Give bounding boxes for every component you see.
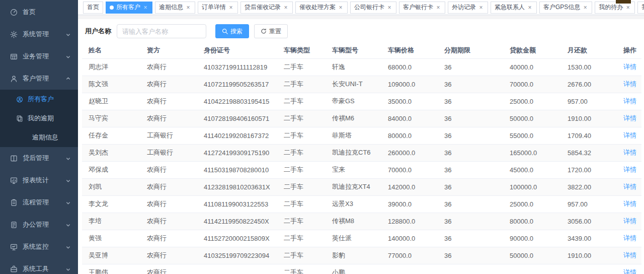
cell-term: 36 [438,247,503,264]
tab-close-icon[interactable]: × [386,5,392,11]
detail-link[interactable]: 详情 [623,268,636,274]
tab[interactable]: 客户GPS信息 × [539,2,592,14]
detail-link[interactable]: 详情 [623,114,636,122]
cell-model: 长安UNI-T [326,76,381,93]
chevron-down-icon [65,222,71,228]
cell-name: 吴刘杰 [82,144,140,161]
sidebar-item-system-monitor[interactable]: 系统监控 [0,236,78,258]
cell-loan: 100000.0 [503,178,561,195]
cell-capital: 农商行 [140,161,197,178]
tab[interactable]: 紧急联系人 × [491,2,537,14]
gear-icon [10,31,18,38]
cell-monthly: 3056.00 [561,213,620,230]
sidebar-item-report-stats[interactable]: 报表统计 [0,169,78,191]
detail-link[interactable]: 详情 [623,183,636,190]
cell-term: 36 [438,213,503,230]
sidebar-item-overdue-info[interactable]: 逾期信息 [0,128,78,147]
tab-close-icon[interactable]: × [142,5,148,11]
sidebar-item-label: 系统工具 [23,264,65,273]
detail-link[interactable]: 详情 [623,200,636,208]
monitor-icon [10,243,18,251]
detail-link[interactable]: 详情 [623,234,636,242]
tab[interactable]: 催收处理方案 × [295,2,348,14]
cell-term: 36 [438,93,503,110]
sidebar-item-loan-mgmt[interactable]: 贷后管理 [0,147,78,169]
detail-link[interactable]: 详情 [623,131,636,139]
cell-term: 36 [438,127,503,144]
sidebar-item-business-mgmt[interactable]: 业务管理 [0,45,78,67]
cell-model: 影豹 [326,247,381,264]
customer-name-input[interactable] [117,24,206,38]
tab[interactable]: 首页 × [83,2,103,14]
sidebar-item-my-overdue[interactable]: 我的逾期 [0,109,78,128]
sidebar-item-customer-mgmt[interactable]: 客户管理 [0,67,78,90]
col-header-action: 操作 [620,43,641,58]
chevron-down-icon [65,244,71,250]
tab-close-icon[interactable]: × [228,5,234,11]
detail-link[interactable]: 详情 [623,97,636,105]
tab[interactable]: 公司银行卡 × [350,2,396,14]
tab-close-icon[interactable]: × [338,5,344,11]
cell-model: 凯迪拉克CT6 [326,144,381,161]
cell-capital: 农商行 [140,213,197,230]
sidebar-item-process-mgmt[interactable]: 流程管理 [0,191,78,214]
sidebar-item-home[interactable]: 首页 [0,1,78,23]
tab-close-icon[interactable]: × [435,5,441,11]
chevron-down-icon [65,200,71,206]
sidebar-item-all-customers[interactable]: 所有客户 [0,90,78,109]
tab[interactable]: 逾期信息 × [155,2,195,14]
tab-close-icon[interactable]: × [527,5,533,11]
content-panel: 用户名称 搜索 重置 [78,19,644,274]
detail-link[interactable]: 详情 [623,217,636,225]
sidebar-item-system-tools[interactable]: 系统工具 [0,258,78,274]
search-button[interactable]: 搜索 [215,24,249,38]
tab[interactable]: 我的流程 × [637,2,644,14]
cell-name: 赵晓卫 [82,93,140,110]
tab-close-icon[interactable]: × [625,5,631,11]
tab-close-icon[interactable]: × [582,5,588,11]
cell-type: 二手车 [277,127,326,144]
cell-loan: 25000.0 [503,195,561,213]
detail-link[interactable]: 详情 [623,166,636,173]
cell-price: 142000.0 [381,178,438,195]
table-row: 任存金 工商银行 411402199208167372 二手车 菲斯塔 8000… [82,127,641,144]
detail-link[interactable]: 详情 [623,63,636,71]
cell-type: 二手车 [277,144,326,161]
dashboard-icon [10,9,18,16]
cell-capital: 农商行 [140,230,197,247]
sidebar-item-label: 办公管理 [23,220,65,229]
sidebar-item-system-mgmt[interactable]: 系统管理 [0,23,78,45]
cell-id: 411503198708280010 [197,161,277,178]
tab[interactable]: 订单详情 × [198,2,238,14]
cell-term: 36 [438,161,503,178]
tab[interactable]: 客户银行卡 × [399,2,445,14]
sidebar-item-label: 逾期信息 [32,133,58,142]
documents-icon [16,115,23,122]
table-header-row: 姓名 资方 身份证号 车辆类型 车辆型号 车辆价格 分期期限 贷款金额 月还款 … [82,43,641,58]
sidebar-item-label: 我的逾期 [28,114,54,123]
tab[interactable]: 贷后催收记录 × [240,2,293,14]
cell-monthly: 2676.00 [561,76,620,93]
cell-name: 任存金 [82,127,140,144]
table-row: 李培 农商行 41142119950822450X 二手车 传祺M8 12880… [82,213,641,230]
cell-model: 传祺M8 [326,213,381,230]
detail-link[interactable]: 详情 [623,80,636,88]
tab[interactable]: 外访记录 × [448,2,488,14]
cell-name: 邓保成 [82,161,140,178]
reset-button[interactable]: 重置 [254,24,288,38]
tab-close-icon[interactable]: × [478,5,484,11]
cell-price: 39000.0 [381,195,438,213]
toolbox-icon [10,265,18,273]
detail-link[interactable]: 详情 [623,251,636,259]
tab[interactable]: 所有客户 × [106,2,152,14]
cell-monthly: 3439.00 [561,230,620,247]
cell-loan: 25000.0 [503,93,561,110]
cell-loan: 70000.0 [503,76,561,93]
cell-type: 二手车 [277,76,326,93]
cell-loan: 165000.0 [503,144,561,161]
tab-close-icon[interactable]: × [185,5,191,11]
tab-close-icon[interactable]: × [283,5,289,11]
sidebar-item-office-mgmt[interactable]: 办公管理 [0,214,78,236]
detail-link[interactable]: 详情 [623,149,636,156]
customer-table-wrap: 姓名 资方 身份证号 车辆类型 车辆型号 车辆价格 分期期限 贷款金额 月还款 … [82,43,640,274]
